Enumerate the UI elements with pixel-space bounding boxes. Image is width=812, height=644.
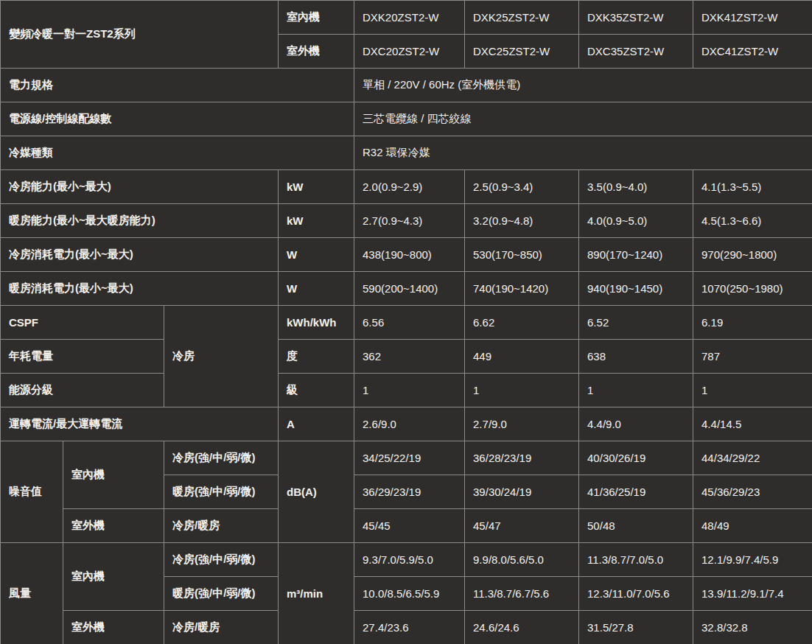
noise-mode-cooling: 冷房(強/中/弱/微) bbox=[164, 441, 279, 475]
value-cell: 6.19 bbox=[693, 306, 812, 340]
noise-outdoor-label: 室外機 bbox=[63, 509, 164, 543]
ac-spec-table: 變頻冷暖一對一ZST2系列 室內機 DXK20ZST2-W DXK25ZST2-… bbox=[0, 0, 812, 644]
value-cell: 1 bbox=[354, 374, 465, 407]
value-cell: 31.5/27.8 bbox=[579, 611, 693, 644]
value-cell: 9.3/7.0/5.9/5.0 bbox=[354, 543, 465, 577]
series-title: 變頻冷暖一對一ZST2系列 bbox=[1, 1, 279, 69]
value-cell: 50/48 bbox=[579, 509, 693, 543]
airflow-outdoor-label: 室外機 bbox=[63, 611, 164, 644]
value-cell: 3.2(0.9~4.8) bbox=[465, 204, 579, 238]
indoor-model: DXK41ZST2-W bbox=[693, 1, 812, 35]
unit-cell: 級 bbox=[279, 374, 354, 407]
energy-mode-cell: 冷房 bbox=[164, 306, 279, 407]
value-cell: 4.4/14.5 bbox=[693, 407, 812, 441]
unit-cell: kW bbox=[279, 204, 354, 238]
value-cell: 6.52 bbox=[579, 306, 693, 340]
value-cell: 13.9/11.2/9.1/7.4 bbox=[693, 577, 812, 611]
value-cell: 638 bbox=[579, 340, 693, 374]
row-label-cooling-power: 冷房消耗電力(最小~最大) bbox=[1, 238, 279, 272]
row-label-heating-power: 暖房消耗電力(最小~最大) bbox=[1, 272, 279, 306]
airflow-mode-cooling: 冷房(強/中/弱/微) bbox=[164, 543, 279, 577]
value-cell: 12.3/11.0/7.0/5.6 bbox=[579, 577, 693, 611]
row-label-heating-capacity: 暖房能力(最小~最大暖房能力) bbox=[1, 204, 279, 238]
value-cell: 4.5(1.3~6.6) bbox=[693, 204, 812, 238]
value-cell: 1 bbox=[693, 374, 812, 407]
value-cell: 890(170~1240) bbox=[579, 238, 693, 272]
value-cell: 12.1/9.9/7.4/5.9 bbox=[693, 543, 812, 577]
row-label-airflow: 風量 bbox=[1, 543, 63, 644]
value-cell: 3.5(0.9~4.0) bbox=[579, 170, 693, 204]
value-cell: 2.0(0.9~2.9) bbox=[354, 170, 465, 204]
value-cell: 34/25/22/19 bbox=[354, 441, 465, 475]
outdoor-model: DXC20ZST2-W bbox=[354, 35, 465, 69]
unit-cell: m³/min bbox=[279, 543, 354, 644]
value-cell: 4.4/9.0 bbox=[579, 407, 693, 441]
unit-cell: kW bbox=[279, 170, 354, 204]
value-cell: 45/45 bbox=[354, 509, 465, 543]
unit-cell: W bbox=[279, 272, 354, 306]
value-cell: 787 bbox=[693, 340, 812, 374]
indoor-model: DXK35ZST2-W bbox=[579, 1, 693, 35]
value-cell: 438(190~800) bbox=[354, 238, 465, 272]
unit-cell: dB(A) bbox=[279, 441, 354, 543]
spec-label-power: 電力規格 bbox=[1, 69, 354, 102]
row-label-running-current: 運轉電流/最大運轉電流 bbox=[1, 407, 279, 441]
value-cell: 970(290~1800) bbox=[693, 238, 812, 272]
value-cell: 9.9/8.0/5.6/5.0 bbox=[465, 543, 579, 577]
row-label-cooling-capacity: 冷房能力(最小~最大) bbox=[1, 170, 279, 204]
value-cell: 449 bbox=[465, 340, 579, 374]
airflow-mode-outdoor: 冷房/暖房 bbox=[164, 611, 279, 644]
value-cell: 6.56 bbox=[354, 306, 465, 340]
value-cell: 590(200~1400) bbox=[354, 272, 465, 306]
value-cell: 32.8/32.8 bbox=[693, 611, 812, 644]
value-cell: 39/30/24/19 bbox=[465, 475, 579, 509]
value-cell: 4.1(1.3~5.5) bbox=[693, 170, 812, 204]
spec-value-power: 單相 / 220V / 60Hz (室外機供電) bbox=[354, 69, 812, 102]
value-cell: 40/30/26/19 bbox=[579, 441, 693, 475]
value-cell: 530(170~850) bbox=[465, 238, 579, 272]
value-cell: 1070(250~1980) bbox=[693, 272, 812, 306]
value-cell: 2.5(0.9~3.4) bbox=[465, 170, 579, 204]
airflow-indoor-label: 室內機 bbox=[63, 543, 164, 611]
indoor-model: DXK25ZST2-W bbox=[465, 1, 579, 35]
value-cell: 4.0(0.9~5.0) bbox=[579, 204, 693, 238]
value-cell: 2.7/9.0 bbox=[465, 407, 579, 441]
outdoor-model: DXC35ZST2-W bbox=[579, 35, 693, 69]
value-cell: 1 bbox=[465, 374, 579, 407]
noise-mode-heating: 暖房(強/中/弱/微) bbox=[164, 475, 279, 509]
value-cell: 27.4/23.6 bbox=[354, 611, 465, 644]
value-cell: 6.62 bbox=[465, 306, 579, 340]
value-cell: 2.7(0.9~4.3) bbox=[354, 204, 465, 238]
value-cell: 740(190~1420) bbox=[465, 272, 579, 306]
indoor-model: DXK20ZST2-W bbox=[354, 1, 465, 35]
value-cell: 48/49 bbox=[693, 509, 812, 543]
row-label-noise: 噪音值 bbox=[1, 441, 63, 543]
value-cell: 24.6/24.6 bbox=[465, 611, 579, 644]
unit-cell: 度 bbox=[279, 340, 354, 374]
value-cell: 1 bbox=[579, 374, 693, 407]
value-cell: 940(190~1450) bbox=[579, 272, 693, 306]
spec-label-refrigerant: 冷媒種類 bbox=[1, 136, 354, 170]
value-cell: 362 bbox=[354, 340, 465, 374]
unit-cell: W bbox=[279, 238, 354, 272]
spec-value-refrigerant: R32 環保冷媒 bbox=[354, 136, 812, 170]
value-cell: 36/28/23/19 bbox=[465, 441, 579, 475]
spec-value-wiring: 三芯電纜線 / 四芯絞線 bbox=[354, 102, 812, 136]
unit-cell: A bbox=[279, 407, 354, 441]
value-cell: 45/36/29/23 bbox=[693, 475, 812, 509]
noise-indoor-label: 室內機 bbox=[63, 441, 164, 509]
row-label-annual-consumption: 年耗電量 bbox=[1, 340, 164, 374]
value-cell: 10.0/8.5/6.5/5.9 bbox=[354, 577, 465, 611]
value-cell: 36/29/23/19 bbox=[354, 475, 465, 509]
value-cell: 41/36/25/19 bbox=[579, 475, 693, 509]
outdoor-unit-header: 室外機 bbox=[279, 35, 354, 69]
outdoor-model: DXC25ZST2-W bbox=[465, 35, 579, 69]
noise-mode-outdoor: 冷房/暖房 bbox=[164, 509, 279, 543]
value-cell: 2.6/9.0 bbox=[354, 407, 465, 441]
spec-label-wiring: 電源線/控制線配線數 bbox=[1, 102, 354, 136]
airflow-mode-heating: 暖房(強/中/弱/微) bbox=[164, 577, 279, 611]
value-cell: 45/47 bbox=[465, 509, 579, 543]
row-label-energy-grade: 能源分級 bbox=[1, 374, 164, 407]
unit-cell: kWh/kWh bbox=[279, 306, 354, 340]
row-label-cspf: CSPF bbox=[1, 306, 164, 340]
